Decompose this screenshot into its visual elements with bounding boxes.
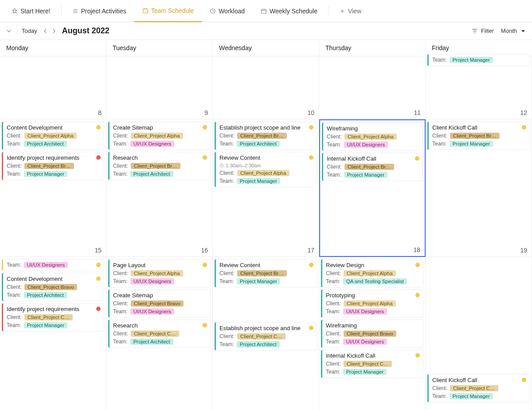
client-chip: Client_Project Bravo [344,331,396,337]
task-title: Research [113,154,207,161]
task-title: Content Development [7,124,100,131]
calendar-day-today[interactable]: Wireframing Client:Client_Project Alpha … [319,119,426,257]
task-title: Establish project scope and line [219,325,313,331]
tab-label: Project Activities [81,8,126,15]
team-chip: Project Architect [237,341,280,347]
team-chip: UI/UX Designers [344,142,388,148]
chevron-down-icon[interactable] [5,28,12,35]
calendar-day[interactable]: Create Sitemap Client:Client_Project Alp… [106,119,213,257]
calendar-day[interactable]: 11 [319,56,426,119]
calendar-day[interactable]: Client Kickoff Call Client:Client_Projec… [426,119,532,257]
day-number: 12 [520,109,527,116]
filter-label: Filter [481,28,494,34]
status-dot-icon [309,263,313,267]
task-title: Create Sitemap [113,124,207,131]
team-label: Team: [219,178,234,184]
task-card[interactable]: Create Sitemap Client:Client_Project Bra… [108,289,211,318]
team-label: Team: [113,339,128,345]
task-card[interactable]: Create Sitemap Client:Client_Project Alp… [108,122,211,150]
task-card[interactable]: Review Design Client:Client_Project Alph… [321,259,423,288]
task-card[interactable]: Wireframing Client:Client_Project Alpha … [322,122,423,151]
task-card[interactable]: Identify project requirements Client:Cli… [2,152,104,180]
client-chip: Client_Project Alpha [24,133,77,139]
calendar-day[interactable]: Establish project scope and line Client:… [213,119,319,257]
task-title: Identify project requirements [7,306,100,312]
calendar-day[interactable]: Client Kickoff Call Client:Client_Projec… [426,257,532,410]
team-label: Team: [7,141,21,147]
day-number: 19 [520,247,527,254]
tab-team-schedule[interactable]: Team Schedule [134,0,202,22]
task-card[interactable]: Identify project requirements Client:Cli… [2,303,104,331]
client-chip: Client_Project Br… [131,163,180,169]
team-chip: Project Manager [450,57,493,63]
tab-weekly-schedule[interactable]: Weekly Schedule [253,0,325,22]
status-dot-icon [309,326,313,330]
task-card[interactable]: Page Layout Client:Client_Project Alpha … [108,259,211,288]
filter-button[interactable]: Filter [471,28,494,35]
svg-rect-3 [143,8,148,12]
next-period-button[interactable] [51,28,58,35]
calendar-day[interactable]: 9 [106,56,213,119]
calendar-day[interactable]: Review Content Client:Client_Project Br…… [213,257,319,410]
calendar-day[interactable]: Review Design Client:Client_Project Alph… [319,257,426,410]
task-card[interactable]: Content Development Client:Client_Projec… [2,273,104,301]
status-dot-icon [96,307,101,311]
calendar-day[interactable]: Team:UI/UX Designers Content Development… [0,257,106,410]
task-card[interactable]: Review Content 1:30am–2:30am Client:Clie… [215,152,317,187]
team-chip: Project Architect [24,141,67,147]
view-tabs: Start Here! Project Activities Team Sche… [0,0,532,22]
team-chip: Project Manager [344,172,387,178]
task-card[interactable]: Establish project scope and line Client:… [215,122,317,150]
client-chip: Client_Project Br… [24,163,74,169]
client-label: Client: [7,284,22,290]
client-chip: Client_Project C… [450,385,498,391]
task-card[interactable]: Team:Project Manager [427,54,530,66]
calendar-day[interactable]: Content Development Client:Client_Projec… [0,119,106,257]
tab-add-view[interactable]: View [331,0,369,22]
status-dot-icon [96,155,101,160]
calendar-day[interactable]: Page Layout Client:Client_Project Alpha … [106,257,213,410]
granularity-selector[interactable]: Month [501,28,527,35]
task-card[interactable]: Internal Kickoff Call Client:Client_Proj… [321,350,423,378]
client-chip: Client_Project Alpha [131,270,183,276]
client-chip: Client_Project Alpha [344,134,397,140]
task-card[interactable]: Internal Kickoff Call Client:Client_Proj… [322,153,423,181]
client-label: Client: [7,163,22,169]
day-number: 15 [94,247,102,254]
status-dot-icon [415,293,420,297]
calendar-day[interactable]: Team:Project Manager 12 [426,56,532,119]
calendar-icon [261,8,267,14]
status-dot-icon [415,156,419,161]
task-card[interactable]: Prototyping Client:Client_Project Alpha … [321,289,423,318]
filter-icon [471,28,478,35]
tab-separator [61,6,62,16]
task-card[interactable]: Client Kickoff Call Client:Client_Projec… [427,122,530,150]
task-card[interactable]: Research Client:Client_Project Br… Team:… [108,152,211,180]
task-card[interactable]: Client Kickoff Call Client:Client_Projec… [427,374,530,402]
status-dot-icon [415,353,420,358]
team-label: Team: [326,278,340,284]
prev-period-button[interactable] [42,28,49,35]
status-dot-icon [522,378,526,382]
task-card[interactable]: Research Client:Client_Project C… Team:P… [108,319,211,348]
tab-workload[interactable]: Workload [202,0,253,22]
status-dot-icon [415,263,420,267]
team-label: Team: [432,141,447,147]
team-label: Team: [432,393,447,399]
calendar-day[interactable]: 10 [213,56,319,119]
task-card[interactable]: Establish project scope and line Client:… [215,322,317,351]
task-card[interactable]: Review Content Client:Client_Project Br…… [215,259,317,288]
day-number: 10 [307,109,314,116]
task-card[interactable]: Content Development Client:Client_Projec… [2,122,104,150]
status-dot-icon [522,125,526,130]
team-chip: Project Manager [237,278,280,284]
task-card[interactable]: Wireframing Client:Client_Project Bravo … [321,319,423,348]
tab-label: Team Schedule [151,7,194,14]
calendar-day[interactable]: 8 [0,56,106,119]
today-button[interactable]: Today [22,28,37,34]
task-card[interactable]: Team:UI/UX Designers [2,259,104,271]
tab-project-activities[interactable]: Project Activities [64,0,134,22]
day-number: 17 [307,247,314,254]
task-title: Research [113,322,207,329]
tab-start-here[interactable]: Start Here! [4,0,59,22]
